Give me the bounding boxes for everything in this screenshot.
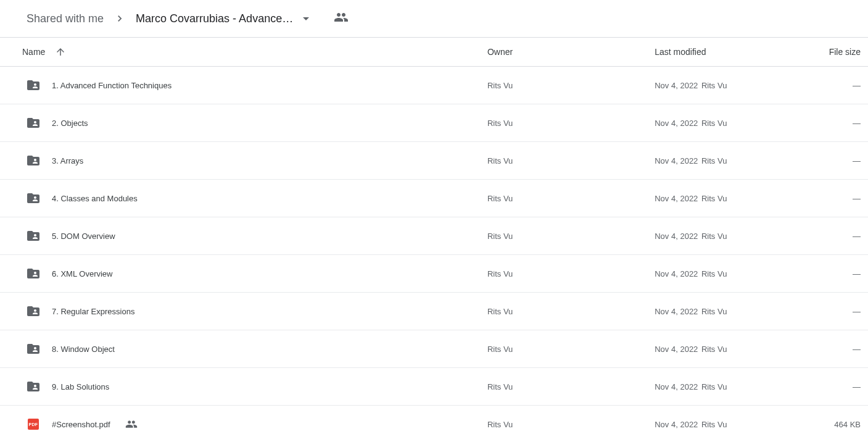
- size-cell: —: [806, 180, 868, 217]
- file-name: 2. Objects: [52, 119, 88, 128]
- modified-cell: Nov 4, 2022 Rits Vu: [651, 67, 806, 104]
- modified-cell: Nov 4, 2022 Rits Vu: [651, 255, 806, 293]
- chevron-right-icon: [111, 12, 128, 25]
- shared-icon: [125, 418, 138, 430]
- table-row[interactable]: 6. XML OverviewRits VuNov 4, 2022 Rits V…: [0, 255, 868, 293]
- folder-shared-icon: [26, 266, 41, 281]
- size-cell: —: [806, 293, 868, 330]
- table-row[interactable]: 7. Regular ExpressionsRits VuNov 4, 2022…: [0, 293, 868, 330]
- folder-shared-icon: [26, 304, 41, 319]
- file-name: 7. Regular Expressions: [52, 307, 134, 316]
- table-row[interactable]: 4. Classes and ModulesRits VuNov 4, 2022…: [0, 180, 868, 217]
- modified-cell: Nov 4, 2022 Rits Vu: [651, 104, 806, 142]
- folder-shared-icon: [26, 228, 41, 243]
- table-row[interactable]: 8. Window ObjectRits VuNov 4, 2022 Rits …: [0, 330, 868, 368]
- file-name: 3. Arrays: [52, 156, 83, 165]
- chevron-down-icon: [303, 17, 309, 20]
- file-name: 1. Advanced Function Techniques: [52, 81, 172, 90]
- size-cell: —: [806, 67, 868, 104]
- pdf-icon: PDF: [28, 419, 39, 430]
- file-name: 5. DOM Overview: [52, 232, 115, 241]
- table-row[interactable]: 1. Advanced Function TechniquesRits VuNo…: [0, 67, 868, 104]
- column-header-size[interactable]: File size: [806, 38, 868, 67]
- size-cell: 464 KB: [806, 406, 868, 440]
- arrow-up-icon: [55, 46, 66, 57]
- column-header-owner[interactable]: Owner: [484, 38, 651, 67]
- owner-cell: Rits Vu: [484, 406, 651, 440]
- folder-shared-icon: [26, 153, 41, 168]
- modified-cell: Nov 4, 2022 Rits Vu: [651, 217, 806, 255]
- folder-shared-icon: [26, 341, 41, 356]
- breadcrumb-current-label: Marco Covarrubias - Advance…: [136, 12, 293, 25]
- owner-cell: Rits Vu: [484, 67, 651, 104]
- breadcrumb-root[interactable]: Shared with me: [22, 9, 109, 29]
- table-row[interactable]: 3. ArraysRits VuNov 4, 2022 Rits Vu—: [0, 142, 868, 180]
- folder-shared-icon: [26, 115, 41, 130]
- owner-cell: Rits Vu: [484, 180, 651, 217]
- table-row[interactable]: 2. ObjectsRits VuNov 4, 2022 Rits Vu—: [0, 104, 868, 142]
- owner-cell: Rits Vu: [484, 293, 651, 330]
- breadcrumb-current-folder[interactable]: Marco Covarrubias - Advance…: [131, 9, 314, 29]
- file-name: 9. Lab Solutions: [52, 382, 109, 391]
- file-name: 8. Window Object: [52, 345, 115, 354]
- file-name: #Screenshot.pdf: [52, 420, 110, 429]
- size-cell: —: [806, 142, 868, 180]
- owner-cell: Rits Vu: [484, 255, 651, 293]
- file-name: 4. Classes and Modules: [52, 194, 138, 203]
- modified-cell: Nov 4, 2022 Rits Vu: [651, 142, 806, 180]
- owner-cell: Rits Vu: [484, 104, 651, 142]
- manage-members-button[interactable]: [329, 5, 353, 32]
- owner-cell: Rits Vu: [484, 330, 651, 368]
- size-cell: —: [806, 368, 868, 406]
- column-header-name[interactable]: Name: [22, 46, 480, 57]
- folder-shared-icon: [26, 191, 41, 206]
- size-cell: —: [806, 104, 868, 142]
- size-cell: —: [806, 255, 868, 293]
- folder-shared-icon: [26, 379, 41, 394]
- table-header-row: Name Owner Last modified File size: [0, 38, 868, 67]
- size-cell: —: [806, 330, 868, 368]
- owner-cell: Rits Vu: [484, 142, 651, 180]
- table-row[interactable]: 9. Lab SolutionsRits VuNov 4, 2022 Rits …: [0, 368, 868, 406]
- table-row[interactable]: 5. DOM OverviewRits VuNov 4, 2022 Rits V…: [0, 217, 868, 255]
- owner-cell: Rits Vu: [484, 368, 651, 406]
- modified-cell: Nov 4, 2022 Rits Vu: [651, 406, 806, 440]
- people-icon: [334, 10, 349, 25]
- file-name: 6. XML Overview: [52, 269, 113, 278]
- column-header-modified[interactable]: Last modified: [651, 38, 806, 67]
- file-table: Name Owner Last modified File size 1. Ad…: [0, 37, 868, 439]
- folder-shared-icon: [26, 78, 41, 93]
- modified-cell: Nov 4, 2022 Rits Vu: [651, 330, 806, 368]
- table-row[interactable]: PDF#Screenshot.pdfRits VuNov 4, 2022 Rit…: [0, 406, 868, 440]
- size-cell: —: [806, 217, 868, 255]
- breadcrumb: Shared with me Marco Covarrubias - Advan…: [0, 0, 868, 37]
- modified-cell: Nov 4, 2022 Rits Vu: [651, 368, 806, 406]
- modified-cell: Nov 4, 2022 Rits Vu: [651, 180, 806, 217]
- owner-cell: Rits Vu: [484, 217, 651, 255]
- column-name-label: Name: [22, 47, 45, 57]
- modified-cell: Nov 4, 2022 Rits Vu: [651, 293, 806, 330]
